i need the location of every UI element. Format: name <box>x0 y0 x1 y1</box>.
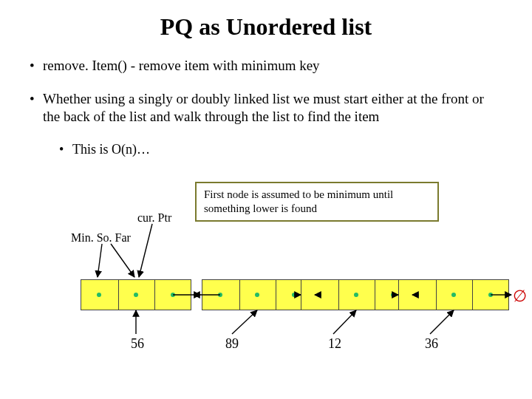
pointer-dot <box>218 293 222 297</box>
svg-line-6 <box>430 310 454 334</box>
pointer-dot <box>451 293 456 297</box>
bullet-1: remove. Item() - remove item with minimu… <box>43 57 320 75</box>
minsofar-label: Min. So. Far <box>71 231 131 245</box>
pointer-dot <box>134 293 138 297</box>
pointer-dot <box>292 293 296 297</box>
svg-line-5 <box>333 310 356 334</box>
svg-line-4 <box>232 310 257 334</box>
callout-box: First node is assumed to be minimum unti… <box>195 182 439 222</box>
bullet-dot: • <box>59 141 72 158</box>
node-value: 89 <box>225 336 239 352</box>
curptr-label: cur. Ptr <box>137 211 171 225</box>
pointer-dot <box>488 293 493 297</box>
pointer-dot <box>391 293 395 297</box>
node-value: 36 <box>425 336 438 352</box>
bullet-dot: • <box>30 57 43 75</box>
svg-line-0 <box>139 224 152 277</box>
node-value: 56 <box>131 336 144 352</box>
svg-line-1 <box>111 244 134 277</box>
pointer-dot <box>97 293 101 297</box>
node-value: 12 <box>328 336 341 352</box>
slide-title: PQ as Unordered list <box>0 13 532 41</box>
pointer-dot <box>415 293 419 297</box>
bullet-3: This is O(n)… <box>72 141 150 158</box>
pointer-dot <box>317 293 321 297</box>
pointer-dot <box>354 293 358 297</box>
pointer-dot <box>255 293 259 297</box>
bullet-2: Whether using a singly or doubly linked … <box>43 90 486 126</box>
pointer-dot <box>171 293 175 297</box>
bullet-dot: • <box>30 90 43 126</box>
svg-line-2 <box>98 244 102 277</box>
empty-set-icon: ∅ <box>513 287 527 306</box>
